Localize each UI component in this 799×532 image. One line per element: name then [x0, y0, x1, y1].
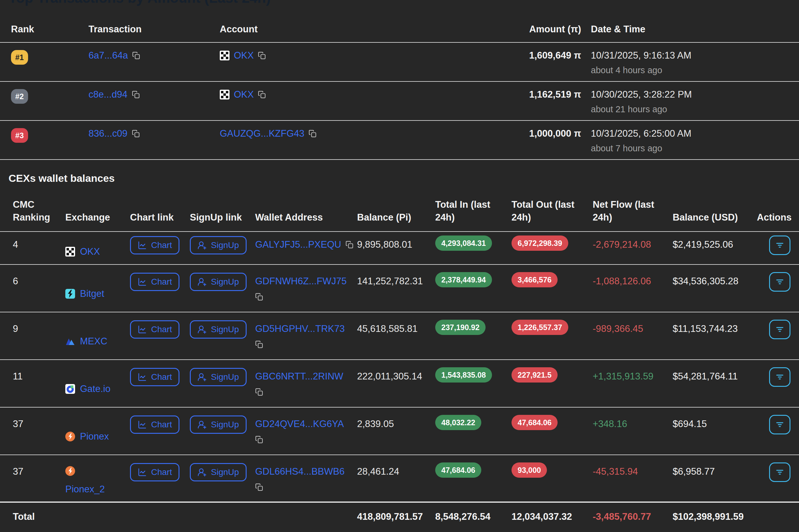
- total-net-flow: -3,485,760.77: [593, 503, 673, 532]
- balance-usd-value: $11,153,744.23: [673, 312, 757, 359]
- copy-icon[interactable]: [132, 52, 140, 59]
- cmc-rank: 37: [0, 455, 65, 501]
- time-ago: about 4 hours ago: [591, 65, 799, 75]
- wallet-link[interactable]: GDFNWH6Z...FWJ75: [255, 276, 347, 286]
- user-plus-icon: [198, 241, 207, 250]
- transaction-row: #1 6a7...64a OKX 1,609,649 π 10/31/2025,…: [0, 43, 799, 82]
- chart-button[interactable]: Chart: [130, 236, 180, 254]
- copy-icon[interactable]: [255, 388, 263, 396]
- exchange-link[interactable]: OKX: [80, 246, 100, 257]
- datetime-value: 10/30/2025, 3:28:22 PM: [591, 89, 799, 100]
- datetime-value: 10/31/2025, 6:25:00 AM: [591, 128, 799, 139]
- transaction-link[interactable]: c8e...d94: [89, 89, 128, 100]
- balance-usd-value: $34,536,305.28: [673, 265, 757, 312]
- amount-value: 1,000,000 π: [464, 128, 581, 159]
- filter-icon: [775, 373, 784, 382]
- copy-icon[interactable]: [258, 91, 266, 98]
- wallet-link[interactable]: GALYJFJ5...PXEQU: [255, 239, 341, 250]
- copy-icon[interactable]: [132, 130, 140, 137]
- top-transactions-table: Rank Transaction Account Amount (π) Date…: [0, 16, 799, 160]
- net-flow-value: +348.16: [593, 407, 673, 455]
- balance-pi-value: 9,895,808.01: [357, 232, 435, 264]
- signup-button[interactable]: SignUp: [190, 368, 247, 386]
- col-balance-pi: Balance (Pi): [357, 211, 435, 224]
- exchange-link[interactable]: Pionex: [80, 431, 109, 442]
- line-chart-icon: [138, 325, 147, 334]
- total-out-badge: 47,684.06: [512, 415, 558, 430]
- account-link[interactable]: OKX: [234, 89, 254, 100]
- balance-pi-value: 28,461.24: [357, 455, 435, 501]
- cex-header: CMC Ranking Exchange Chart link SignUp l…: [0, 190, 799, 232]
- account-link[interactable]: OKX: [234, 50, 254, 61]
- total-balance-pi: 418,809,781.57: [357, 503, 435, 532]
- wallet-link[interactable]: GD24QVE4...KG6YA: [255, 419, 344, 429]
- balance-pi-value: 141,252,782.31: [357, 265, 435, 312]
- rank-badge: #1: [11, 50, 28, 65]
- total-out-badge: 227,921.5: [512, 367, 558, 382]
- row-actions-button[interactable]: [769, 272, 791, 292]
- copy-icon[interactable]: [132, 91, 140, 98]
- filter-icon: [775, 420, 784, 429]
- signup-button[interactable]: SignUp: [190, 463, 247, 481]
- net-flow-value: -1,088,126.06: [593, 265, 673, 312]
- copy-icon[interactable]: [309, 130, 316, 137]
- row-actions-button[interactable]: [769, 415, 791, 434]
- pionex-logo-icon: [65, 432, 75, 441]
- transaction-link[interactable]: 836...c09: [89, 128, 128, 139]
- okx-logo-icon: [65, 247, 75, 256]
- account-link[interactable]: GAUZQG...KZFG43: [220, 128, 304, 139]
- net-flow-value: -2,679,214.08: [593, 232, 673, 264]
- filter-icon: [775, 468, 784, 477]
- total-in-badge: 2,378,449.94: [435, 272, 492, 287]
- exchange-link[interactable]: Gate.io: [80, 383, 110, 395]
- balance-pi-value: 2,839.05: [357, 407, 435, 455]
- copy-icon[interactable]: [258, 52, 266, 59]
- transaction-link[interactable]: 6a7...64a: [89, 50, 128, 61]
- copy-icon[interactable]: [255, 436, 263, 443]
- wallet-link[interactable]: GDL66HS4...BBWB6: [255, 466, 345, 477]
- copy-icon[interactable]: [255, 340, 263, 348]
- rank-badge: #3: [11, 128, 28, 143]
- row-actions-button[interactable]: [769, 235, 791, 255]
- page-title: Top Transactions by Amount (Last 24h): [8, 0, 799, 5]
- col-amount: Amount (π): [464, 24, 581, 35]
- chart-button[interactable]: Chart: [130, 320, 180, 339]
- time-ago: about 7 hours ago: [591, 144, 799, 153]
- cex-section-title: CEXs wallet balances: [8, 172, 799, 184]
- row-actions-button[interactable]: [769, 367, 791, 387]
- signup-button[interactable]: SignUp: [190, 416, 247, 434]
- balance-pi-value: 222,011,305.14: [357, 360, 435, 407]
- signup-button[interactable]: SignUp: [190, 236, 247, 254]
- net-flow-value: -989,366.45: [593, 312, 673, 359]
- filter-icon: [775, 277, 784, 286]
- chart-button[interactable]: Chart: [130, 273, 180, 291]
- rank-badge: #2: [11, 89, 28, 104]
- copy-icon[interactable]: [346, 241, 353, 249]
- chart-button[interactable]: Chart: [130, 463, 180, 481]
- copy-icon[interactable]: [255, 483, 263, 491]
- copy-icon[interactable]: [255, 293, 263, 301]
- signup-button[interactable]: SignUp: [190, 320, 247, 339]
- mexc-logo-icon: [65, 337, 75, 346]
- col-balance-usd: Balance (USD): [673, 211, 757, 224]
- total-out-sum: 12,034,037.32: [512, 503, 593, 532]
- filter-icon: [775, 241, 784, 250]
- row-actions-button[interactable]: [769, 462, 791, 482]
- exchange-link[interactable]: Bitget: [80, 288, 104, 299]
- col-net-flow: Net Flow (last 24h): [593, 198, 673, 224]
- gateio-logo-icon: [65, 384, 75, 394]
- transaction-row: #3 836...c09 GAUZQG...KZFG43 1,000,000 π…: [0, 121, 799, 160]
- wallet-link[interactable]: GBC6NRTT...2RINW: [255, 371, 343, 382]
- chart-button[interactable]: Chart: [130, 368, 180, 386]
- exchange-link[interactable]: Pionex_2: [65, 484, 105, 495]
- col-signup-link: SignUp link: [190, 211, 255, 224]
- col-transaction: Transaction: [89, 24, 220, 35]
- cmc-rank: 37: [0, 407, 65, 455]
- row-actions-button[interactable]: [769, 320, 791, 339]
- total-in-badge: 47,684.06: [435, 462, 481, 478]
- wallet-link[interactable]: GD5HGPHV...TRK73: [255, 323, 345, 334]
- signup-button[interactable]: SignUp: [190, 273, 247, 291]
- total-balance-usd: $102,398,991.59: [673, 503, 757, 532]
- exchange-link[interactable]: MEXC: [80, 336, 108, 347]
- chart-button[interactable]: Chart: [130, 416, 180, 434]
